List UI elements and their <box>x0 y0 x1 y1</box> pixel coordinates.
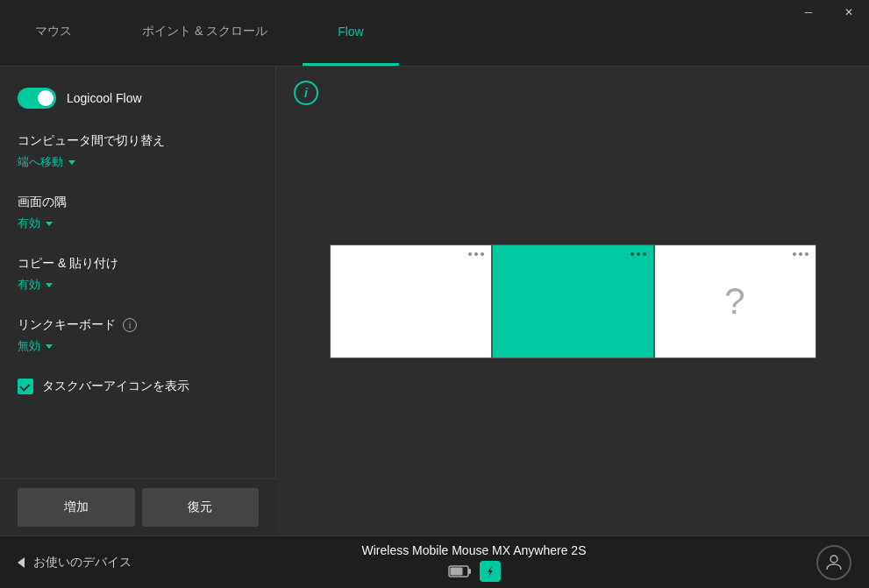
monitor-card-2[interactable] <box>492 244 654 358</box>
titlebar: ─ ✕ <box>788 0 869 25</box>
dot-3 <box>481 252 484 256</box>
dot-8 <box>799 252 802 256</box>
minimize-button[interactable]: ─ <box>788 0 829 25</box>
switch-section: コンピュータ間で切り替え 端へ移動 <box>18 133 258 170</box>
restore-button[interactable]: 復元 <box>142 488 260 527</box>
checkmark-icon <box>19 380 30 391</box>
button-row: 増加 復元 <box>0 478 276 535</box>
battery-icon <box>448 564 473 578</box>
dot-7 <box>793 252 796 256</box>
svg-point-4 <box>830 556 837 563</box>
taskbar-checkbox-label: タスクバーアイコンを表示 <box>42 379 189 394</box>
add-button[interactable]: 増加 <box>18 488 135 527</box>
switch-chevron-icon <box>68 160 75 165</box>
device-name-label: Wireless Mobile Mouse MX Anywhere 2S <box>362 543 587 557</box>
tab-bar: マウス ポイント & スクロール Flow <box>0 0 869 67</box>
link-keyboard-section: リンクキーボード i 無効 <box>18 317 258 354</box>
switch-section-title: コンピュータ間で切り替え <box>18 133 258 149</box>
taskbar-checkbox-row: タスクバーアイコンを表示 <box>18 379 258 394</box>
close-button[interactable]: ✕ <box>829 0 869 25</box>
link-keyboard-info-icon[interactable]: i <box>123 318 137 332</box>
copy-paste-section-sub[interactable]: 有効 <box>18 277 258 293</box>
monitor-card-1[interactable] <box>330 244 492 358</box>
corner-section: 画面の隅 有効 <box>18 195 258 231</box>
tab-mouse[interactable]: マウス <box>0 0 107 66</box>
taskbar-checkbox[interactable] <box>18 379 33 394</box>
right-panel: i <box>276 67 869 535</box>
corner-section-sub[interactable]: 有効 <box>18 216 258 231</box>
logicool-flow-toggle[interactable] <box>18 88 56 109</box>
logicool-flow-label: Logicool Flow <box>67 91 142 105</box>
battery-indicator <box>448 564 473 578</box>
link-keyboard-sub[interactable]: 無効 <box>18 338 258 354</box>
my-devices-label: お使いのデバイス <box>33 555 132 570</box>
dot-9 <box>805 252 808 256</box>
footer: お使いのデバイス Wireless Mobile Mouse MX Anywhe… <box>0 535 869 588</box>
user-avatar[interactable] <box>816 545 851 580</box>
tab-point-scroll[interactable]: ポイント & スクロール <box>107 0 303 66</box>
switch-sub-label: 端へ移動 <box>18 154 63 170</box>
unknown-monitor-symbol: ? <box>724 280 744 322</box>
device-icons <box>448 561 501 582</box>
bolt-svg <box>484 565 496 577</box>
dot-5 <box>637 252 640 256</box>
svg-rect-2 <box>450 567 462 575</box>
dot-4 <box>630 252 634 256</box>
info-top-icon[interactable]: i <box>294 81 318 105</box>
dot-1 <box>468 252 472 256</box>
link-keyboard-title: リンクキーボード <box>18 317 116 333</box>
toggle-knob <box>38 90 53 106</box>
dot-6 <box>643 252 646 256</box>
copy-paste-section-title: コピー & 貼り付け <box>18 256 258 272</box>
logicool-flow-toggle-row: Logicool Flow <box>18 88 258 109</box>
back-chevron-icon <box>18 557 25 568</box>
user-icon <box>823 552 844 573</box>
my-devices-link[interactable]: お使いのデバイス <box>18 555 132 570</box>
device-info: Wireless Mobile Mouse MX Anywhere 2S <box>362 543 587 582</box>
corner-section-title: 画面の隅 <box>18 195 258 210</box>
copy-paste-chevron-icon <box>46 283 53 287</box>
monitor-card-3[interactable]: ? <box>654 244 816 358</box>
corner-sub-label: 有効 <box>18 216 40 231</box>
monitor-3-dots <box>793 252 808 256</box>
svg-rect-1 <box>468 569 471 574</box>
tab-flow[interactable]: Flow <box>303 0 399 66</box>
svg-marker-3 <box>488 566 493 577</box>
link-keyboard-sub-label: 無効 <box>18 338 40 354</box>
copy-paste-sub-label: 有効 <box>18 277 40 293</box>
copy-paste-section: コピー & 貼り付け 有効 <box>18 256 258 293</box>
monitors-area: ? <box>330 244 816 358</box>
monitor-2-dots <box>630 252 646 256</box>
dot-2 <box>474 252 478 256</box>
monitor-1-dots <box>468 252 484 256</box>
logi-bolt-icon <box>480 561 501 582</box>
left-panel: Logicool Flow コンピュータ間で切り替え 端へ移動 画面の隅 有効 … <box>0 67 276 535</box>
main-layout: Logicool Flow コンピュータ間で切り替え 端へ移動 画面の隅 有効 … <box>0 67 869 535</box>
switch-section-sub[interactable]: 端へ移動 <box>18 154 258 170</box>
link-keyboard-chevron-icon <box>46 344 53 349</box>
corner-chevron-icon <box>46 222 53 226</box>
